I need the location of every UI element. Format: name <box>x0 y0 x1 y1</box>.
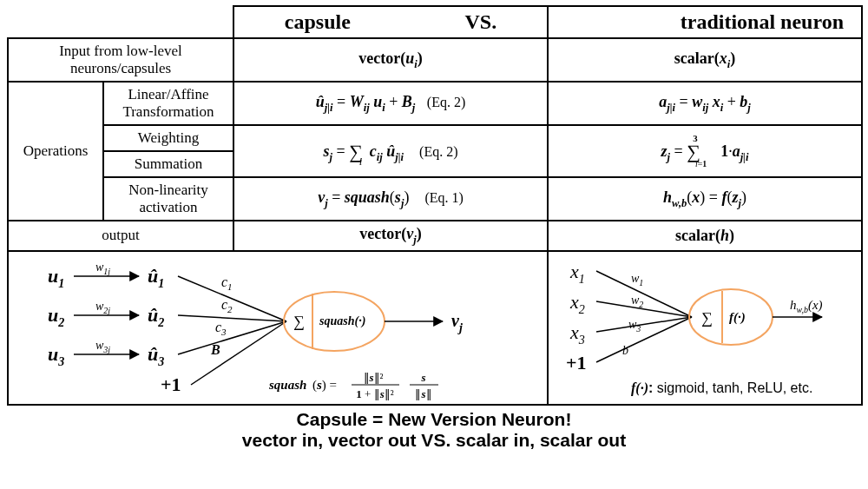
row-nonlinearity-label: Non-linearityactivation <box>103 177 233 221</box>
svg-text:(s) =: (s) = <box>312 378 337 393</box>
cap-w2j: w2j <box>95 300 110 315</box>
row-output-label: output <box>8 221 233 251</box>
header-neuron: traditional neuron <box>548 6 862 38</box>
row-affine-capsule: ûj|i = Wij ui + Bj (Eq. 2) <box>233 82 548 125</box>
comparison-table: capsule VS. traditional neuron Input fro… <box>7 5 863 406</box>
neu-sigma: ∑ <box>701 309 713 327</box>
row-ws-neuron: zj = ∑i=13 1·aj|i <box>548 125 862 177</box>
cap-squash-eq: squash (s) = ‖s‖² 1 + ‖s‖² s ‖s‖ <box>268 371 438 400</box>
row-affine-label: Linear/AffineTransformation <box>103 82 233 125</box>
header-vs: VS. <box>464 10 496 33</box>
svg-line-17 <box>596 271 692 317</box>
cap-u3: u3 <box>48 343 64 368</box>
caption: Capsule = New Version Neuron! vector in,… <box>7 409 861 451</box>
svg-text:s: s <box>420 371 425 384</box>
neu-w3: w3 <box>628 318 641 334</box>
row-output-capsule: vector(vj) <box>233 221 548 251</box>
neu-x3: x3 <box>569 321 585 347</box>
row-input-capsule: vector(ui) <box>233 38 548 82</box>
neu-bias: +1 <box>566 352 587 373</box>
row-nonlinearity-capsule: vj = squash(sj) (Eq. 1) <box>233 177 548 221</box>
cap-u2: u2 <box>48 304 64 329</box>
row-weighting-label: Weighting <box>103 125 233 151</box>
row-affine-neuron: aj|i = wij xi + bj <box>548 82 862 125</box>
svg-line-4 <box>178 315 286 321</box>
cap-c2: c2 <box>221 297 233 314</box>
cap-vj: vj <box>451 311 463 334</box>
row-input-label: Input from low-levelneurons/capsules <box>8 38 233 82</box>
cap-w3j: w3j <box>95 339 110 354</box>
row-operations-label: Operations <box>8 82 103 221</box>
svg-text:squash: squash <box>268 378 306 392</box>
cap-sigma: ∑ <box>293 313 305 330</box>
header-capsule: capsule VS. <box>233 6 548 38</box>
cap-squash: squash(·) <box>319 314 365 328</box>
svg-line-18 <box>596 301 692 317</box>
cap-u1: u1 <box>48 265 64 290</box>
neu-b: b <box>622 344 628 357</box>
diagram-neuron: x1 x2 x3 +1 w1 w2 w3 b ∑ f(·) hw,b(x) f(… <box>548 251 862 405</box>
neu-x2: x2 <box>569 291 585 316</box>
svg-text:‖s‖²: ‖s‖² <box>364 371 384 384</box>
svg-text:1 + ‖s‖²: 1 + ‖s‖² <box>356 387 393 400</box>
cap-uhat2: û2 <box>148 304 164 329</box>
neu-f: f(·) <box>729 310 746 325</box>
neu-out: hw,b(x) <box>790 298 823 314</box>
cap-w1j: w1j <box>95 261 110 276</box>
row-ws-capsule: sj = ∑i cij ûj|i (Eq. 2) <box>233 125 548 177</box>
neu-w1: w1 <box>631 272 643 287</box>
svg-text:‖s‖: ‖s‖ <box>415 387 431 400</box>
neu-x1: x1 <box>569 261 585 286</box>
svg-line-6 <box>191 321 286 385</box>
row-output-neuron: scalar(h) <box>548 221 862 251</box>
diagram-capsule: u1 u2 u3 w1j w2j w3j û1 û2 û3 +1 <box>8 251 548 405</box>
row-summation-label: Summation <box>103 151 233 177</box>
cap-uhat3: û3 <box>148 343 164 368</box>
cap-uhat1: û1 <box>148 265 164 290</box>
cap-c3: c3 <box>215 320 227 337</box>
neu-note: f(·): sigmoid, tanh, ReLU, etc. <box>631 380 812 396</box>
cap-B: B <box>210 342 220 357</box>
row-nonlinearity-neuron: hw,b(x) = f(zj) <box>548 177 862 221</box>
cap-c1: c1 <box>221 274 233 292</box>
svg-line-5 <box>178 321 286 354</box>
row-input-neuron: scalar(xi) <box>548 38 862 82</box>
cap-bias: +1 <box>161 373 181 395</box>
